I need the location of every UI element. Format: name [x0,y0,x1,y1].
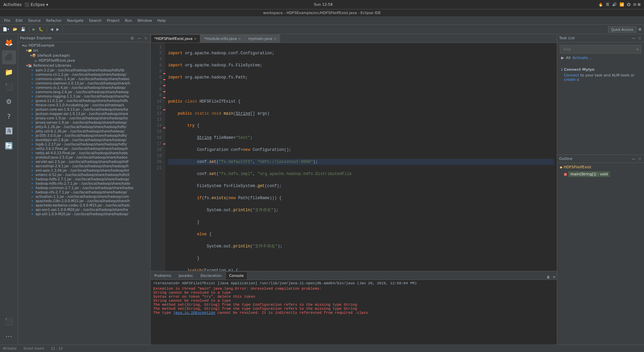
tree-item-default-package[interactable]: ▾📦 (default package) [18,53,150,58]
menu-item-source[interactable]: Source [25,18,44,23]
tree-item-jersey-core-jar[interactable]: 🔹 jersey-core-1.9.jar - /usr/local/hadoo… [18,116,150,120]
code-editor[interactable]: 1 2 3 4 5 6 7 8 9 10 11 12 13 [151,43,557,271]
run-button[interactable]: ▶ [31,26,37,32]
find-clear-btn[interactable]: ✕ [636,48,639,51]
tree-item-hadoop-nfs-jar[interactable]: 🔹 hadoop-nfs-2.7.1.jar - /usr/local/hado… [18,190,150,194]
debug-button[interactable]: 🐛 [37,26,45,32]
tree-item-commons-logging-jar[interactable]: 🔹 commons-logging-1.1.3.jar - /usr/local… [18,94,150,99]
menu-item-edit[interactable]: Edit [13,18,25,23]
power-icon[interactable]: ⏻ [627,2,631,7]
tab-hdfsfileifexist[interactable]: *HDFSFileIfExist.java ✕ [151,35,200,43]
tree-item-jsr305-jar[interactable]: 🔹 jsr305-3.0.0.jar - /usr/local/hadoop/s… [18,133,150,138]
tree-item-apacheds-kerberos-jar[interactable]: 🔹 apacheds-kerberos-codec-2.0.0-M15.jar … [18,203,150,208]
menu-item-refactor[interactable]: Refactor [44,18,64,23]
error-link-ioexception[interactable]: java.io.IOException [173,311,215,315]
tree-item-leveldbjni-jar[interactable]: 🔹 leveldbjni-all-1.8.jar - /usr/local/ha… [18,138,150,142]
perspective-btn[interactable]: ⊞ [637,26,643,32]
tree-item-jackson-mapper-jar[interactable]: 🔹 jackson-mapper-asl-1.9.13.jar - /usr/l… [18,112,150,116]
help-icon[interactable]: ? [2,109,16,123]
mylyn-create-link[interactable]: create a [564,77,579,82]
tree-item-netty-all-jar[interactable]: 🔹 netty-all-4.0.23.Final.jar - /usr/loca… [18,151,150,155]
tree-item-commons-daemon-jar[interactable]: 🔹 commons-daemon-1.0.13.jar - /usr/local… [18,81,150,85]
tree-item-guava-jar[interactable]: 🔹 guava-11.0.2.jar - /usr/local/hadoop/s… [18,99,150,103]
tree-item-apacheds-i18n-jar[interactable]: 🔹 apacheds-i18n-2.0.0-M15.jar - /usr/loc… [18,199,150,203]
firefox-icon[interactable]: 🦊 [2,36,16,50]
tree-item-hdfsexample[interactable]: ▾🗂 HDFSExample [18,43,150,48]
filter-activate-label[interactable]: Activate... [573,56,591,60]
tree-item-log4j-jar[interactable]: 🔹 log4j-1.2.17.jar - /usr/local/hadoop/s… [18,142,150,146]
tab-close-mymain[interactable]: ✕ [274,37,276,41]
tree-item-commons-io-jar[interactable]: 🔹 commons-io-2.4.jar - /usr/local/hadoop… [18,85,150,90]
tree-item-hdfsfile-java[interactable]: ☕ HDFSFileIfExist.java [18,58,150,63]
network-icon[interactable]: 📶 [620,2,624,7]
menu-item-run[interactable]: Run [122,18,135,23]
console-clear-btn[interactable]: 🗑 [545,275,551,280]
tree-item-commons-cli-jar[interactable]: 🔹 commons-cli-1.2.jar - /usr/local/hadoo… [18,72,150,77]
terminal-icon[interactable]: ⬛ [2,80,16,94]
quick-access-btn[interactable]: Quick Access [608,26,636,33]
menu-item-window[interactable]: Window [135,18,155,23]
window-controls[interactable]: ⊟ ⊠ [633,2,641,7]
tab-problems[interactable]: Problems [151,272,175,280]
tl-maximize-btn[interactable]: □ [637,36,642,41]
prev-button[interactable]: ◀ [49,26,54,32]
console-close-btn[interactable]: ✕ [551,275,557,280]
tree-item-hadoop-common-jar[interactable]: 🔹 hadoop-common-2.7.1.jar - /usr/local/h… [18,186,150,190]
mylyn-connect-link[interactable]: Connect [564,73,579,77]
task-find-input[interactable] [562,47,635,52]
menu-item-search[interactable]: Search [86,18,104,23]
tab-close-hdfs[interactable]: ✕ [194,37,197,41]
lang-indicator[interactable]: 英 [606,2,609,7]
tab-javadoc[interactable]: Javadoc [175,272,197,280]
save-button[interactable]: 💾 [19,26,27,32]
tree-item-jetty-util-jar[interactable]: 🔹 jetty-util-6.1.26.jar - /usr/local/had… [18,129,150,133]
ol-minimize-btn[interactable]: — [631,156,637,161]
eclipse-menu[interactable]: ⬛ Eclipse ▾ [24,2,48,7]
tree-item-xerces-jar[interactable]: 🔹 xercesImpl-2.9.1.jar - /usr/local/hado… [18,164,150,168]
activities-label[interactable]: Activities [3,2,22,7]
tree-item-commons-codec-jar[interactable]: 🔹 commons-codec-1.4.jar - /usr/local/had… [18,77,150,81]
outline-method-item[interactable]: ■ main(String[]) : void [558,171,643,178]
tree-item-xmlenc-jar[interactable]: 🔹 xmlenc-0.52.jar - /usr/local/hadoop/sh… [18,173,150,177]
tree-item-hadoop-hdfs-jar[interactable]: 🔹 hadoop-hdfs-2.7.1.jar - /usr/local/had… [18,177,150,181]
tree-item-xml-apis-jar[interactable]: 🔹 xml-apis-1.3.04.jar - /usr/local/hadoo… [18,168,150,173]
tree-item-jersey-server-jar[interactable]: 🔹 jersey-server-1.9.jar - /usr/local/had… [18,120,150,125]
tree-item-servlet-jar[interactable]: 🔹 servlet-api-2.5.jar - /usr/local/hadoo… [18,160,150,164]
tree-item-htrace-jar[interactable]: 🔹 htrace-core-3.1.0-incubating.jar - /us… [18,103,150,107]
tab-mymain[interactable]: mymain.java ✕ [245,35,280,43]
tab-close-module[interactable]: ✕ [238,37,241,41]
menu-item-navigate[interactable]: Navigate [64,18,86,23]
tree-item-jetty-jar[interactable]: 🔹 jetty-6.1.26.jar - /usr/local/hadoop/s… [18,125,150,129]
tree-item-referenced-libs[interactable]: ▾📚 Referenced Libraries [18,63,150,68]
next-button[interactable]: ▶ [55,26,60,32]
tree-item-commons-lang-jar[interactable]: 🔹 commons-lang-2.6.jar - /usr/local/hado… [18,90,150,94]
more-icon[interactable]: ⋯ [2,329,16,343]
new-button[interactable]: 📄▾ [1,26,11,32]
eclipse-icon[interactable]: ⬛ [2,50,16,64]
menu-item-project[interactable]: Project [104,18,122,23]
tree-item-jackson-core-jar[interactable]: 🔹 jackson-core-asl-1.9.13.jar - /usr/loc… [18,107,150,112]
tree-item-src[interactable]: ▾📁 src [18,48,150,53]
filter-all-label[interactable]: All [566,56,571,60]
menu-item-help[interactable]: Help [155,18,168,23]
update-icon[interactable]: 🔄 [2,139,16,153]
settings-icon[interactable]: ⚙ [2,95,16,109]
outline-class-item[interactable]: ◆ HDFSFileIfExist [558,164,643,170]
tree-item-api-util-jar[interactable]: 🔹 api-util-1.0.0-M20.jar - /usr/local/ha… [18,212,150,216]
pe-minimize-btn[interactable]: — [136,36,142,41]
pe-collapse-btn[interactable]: ⊟ [129,36,135,41]
code-text[interactable]: import org.apache.hadoop.conf.Configurat… [165,43,557,271]
files-icon[interactable]: 📁 [2,65,16,79]
ol-maximize-btn[interactable]: □ [637,156,642,161]
tree-item-activation-jar[interactable]: 🔹 activation-1.1.jar - /usr/local/hadoop… [18,194,150,199]
tree-item-asm-jar[interactable]: 🔹 asm-3.2.jar - /usr/local/hadoop/share/… [18,68,150,72]
tl-minimize-btn[interactable]: — [631,36,637,41]
amazon-icon[interactable]: 🅰 [2,124,16,138]
tree-item-hadoop-hdfs-nfs-jar[interactable]: 🔹 hadoop-hdfs-nfs-2.7.1.jar - /usr/local… [18,181,150,186]
tab-module-info[interactable]: *module-info.java ✕ [200,35,245,43]
pe-maximize-btn[interactable]: □ [144,36,148,41]
tab-declaration[interactable]: Declaration [197,272,225,280]
menu-item-file[interactable]: File [1,18,13,23]
tree-item-netty-jar[interactable]: 🔹 netty-3.6.2.Final.jar - /usr/local/had… [18,146,150,151]
tree-item-api-asn1-jar[interactable]: 🔹 api-asn1-api-1.0.0-M20.jar - /usr/loca… [18,208,150,212]
